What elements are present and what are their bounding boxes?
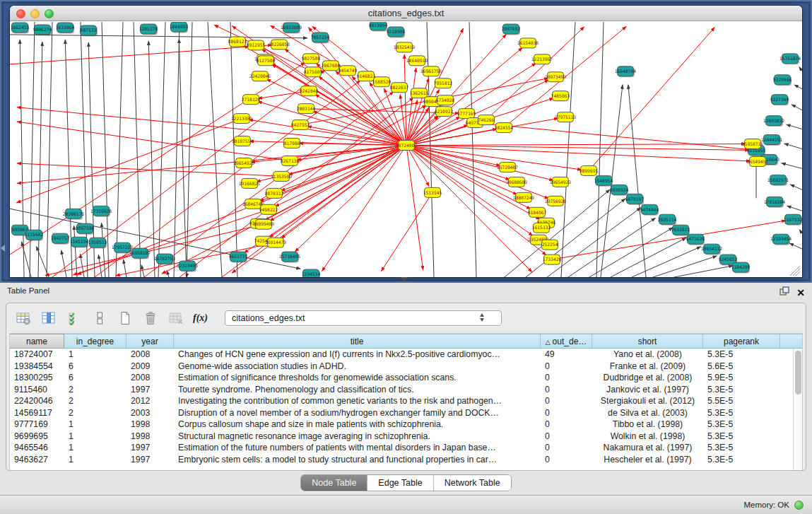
graph-node-15751074[interactable]: 15751074 bbox=[779, 54, 801, 64]
graph-node-10654112[interactable]: 10654112 bbox=[701, 244, 723, 255]
graph-node-18640910[interactable]: 18640910 bbox=[406, 56, 428, 66]
float-window-icon[interactable] bbox=[779, 285, 789, 300]
graph-node-9227349[interactable]: 9227349 bbox=[770, 95, 789, 105]
table-source-select[interactable]: citations_edges.txt bbox=[225, 310, 502, 326]
graph-node-9218986[interactable]: 9218986 bbox=[387, 27, 406, 37]
graph-node-2718120[interactable]: 2718120 bbox=[242, 95, 261, 105]
graph-node-16648784[interactable]: 16648784 bbox=[615, 66, 637, 77]
delete-table-icon[interactable] bbox=[142, 310, 159, 326]
graph-node-1733426[interactable]: 1733426 bbox=[543, 255, 562, 264]
graph-node-1615132[interactable]: 1615132 bbox=[532, 223, 551, 233]
vertical-scrollbar[interactable] bbox=[793, 349, 802, 470]
close-icon[interactable]: ✕ bbox=[796, 287, 805, 298]
graph-node-16961758[interactable]: 16961758 bbox=[420, 66, 442, 76]
new-table-icon[interactable] bbox=[117, 310, 134, 326]
graph-node-8454749[interactable]: 8454749 bbox=[339, 66, 358, 76]
graph-node-1513545[interactable]: 1513545 bbox=[423, 187, 442, 197]
table-row[interactable]: 1938455462009Genome-wide association stu… bbox=[10, 361, 793, 373]
graph-node-8938924[interactable]: 8938924 bbox=[610, 185, 629, 195]
graph-node-8267130[interactable]: 8267130 bbox=[281, 156, 300, 165]
graph-node-17359928[interactable]: 17359928 bbox=[90, 206, 112, 216]
graph-node-18107554[interactable]: 18107554 bbox=[232, 136, 254, 146]
graph-node-2087682[interactable]: 2087682 bbox=[502, 24, 521, 35]
graph-node-15716485[interactable]: 15716485 bbox=[279, 252, 301, 262]
column-header-pagerank[interactable]: pagerank bbox=[703, 334, 780, 349]
select-columns-icon[interactable] bbox=[40, 310, 57, 326]
graph-node-1350513[interactable]: 1350513 bbox=[88, 238, 107, 248]
graph-node-1588520[interactable]: 1588520 bbox=[372, 77, 392, 87]
graph-node-9899695[interactable]: 9899695 bbox=[579, 165, 599, 175]
graph-node-6734028[interactable]: 6734028 bbox=[436, 95, 455, 105]
graph-node-6471626[interactable]: 6471626 bbox=[686, 234, 705, 245]
column-header-year[interactable]: year bbox=[126, 334, 174, 349]
graph-node-12213389[interactable]: 12213389 bbox=[231, 114, 253, 124]
graph-node-1205278[interactable]: 1205278 bbox=[139, 24, 158, 35]
graph-node-8878312[interactable]: 8878312 bbox=[265, 188, 284, 198]
graph-node-9329966[interactable]: 9329966 bbox=[773, 75, 792, 86]
graph-node-17975113[interactable]: 17975113 bbox=[555, 112, 577, 122]
graph-node-19654923[interactable]: 19654923 bbox=[550, 177, 572, 187]
graph-node-18325419[interactable]: 18325419 bbox=[394, 42, 416, 52]
graph-node-8912955[interactable]: 8912955 bbox=[247, 40, 266, 50]
graph-node-8813054[interactable]: 8813054 bbox=[369, 22, 388, 31]
table-row[interactable]: 1872400712008Changes of HCN gene express… bbox=[10, 349, 793, 361]
graph-node-1362615[interactable]: 1362615 bbox=[410, 88, 429, 98]
graph-node-7857224[interactable]: 7857224 bbox=[311, 33, 330, 43]
network-canvas[interactable]: 1662455980627416338648875331205278188409… bbox=[10, 22, 802, 277]
graph-node-1640954[interactable]: 1640954 bbox=[594, 175, 613, 186]
graph-node-9806274[interactable]: 9806274 bbox=[33, 25, 52, 35]
graph-node-1167532[interactable]: 1167532 bbox=[784, 214, 802, 225]
graph-node-1104209[interactable]: 1104209 bbox=[731, 262, 751, 273]
table-row[interactable]: 946362711997Embryonic stem cells: a mode… bbox=[10, 454, 793, 466]
graph-node-887533[interactable]: 887533 bbox=[81, 25, 98, 36]
graph-node-3824554[interactable]: 3824554 bbox=[495, 123, 514, 133]
graph-node-9777169[interactable]: 9777169 bbox=[457, 109, 476, 119]
tab-node-table[interactable]: Node Table bbox=[301, 475, 367, 491]
graph-node-8822037[interactable]: 8822037 bbox=[390, 83, 409, 93]
graph-node-2935114[interactable]: 2935114 bbox=[658, 214, 677, 225]
graph-node-15692971[interactable]: 15692971 bbox=[767, 175, 789, 185]
table-row[interactable]: 946554611997Estimation of the future num… bbox=[10, 442, 793, 454]
graph-node-7955812[interactable]: 7955812 bbox=[434, 78, 453, 88]
column-header-name[interactable]: name bbox=[10, 334, 64, 349]
bottom-splitpane-collapse-handle[interactable] bbox=[401, 277, 408, 281]
graph-node-9242848[interactable]: 9242848 bbox=[300, 86, 319, 96]
graph-node-16033809[interactable]: 16033809 bbox=[281, 23, 302, 33]
table-row[interactable]: 2242004622012Investigating the contribut… bbox=[10, 395, 793, 407]
graph-node-12103454[interactable]: 12103454 bbox=[770, 234, 792, 245]
graph-node-18724007[interactable]: 18724007 bbox=[396, 141, 418, 151]
table-row[interactable]: 1830029562008Estimation of significance … bbox=[10, 372, 793, 384]
left-splitpane-collapse-handle[interactable] bbox=[1, 245, 5, 252]
row-height-icon[interactable] bbox=[91, 310, 108, 326]
graph-node-817008[interactable]: 817008 bbox=[284, 139, 300, 148]
graph-node-1942757[interactable]: 1942757 bbox=[51, 233, 70, 244]
graph-node-10973493[interactable]: 10973493 bbox=[545, 72, 567, 82]
graph-node-16782753[interactable]: 16782753 bbox=[154, 254, 176, 264]
graph-node-9127508[interactable]: 9127508 bbox=[257, 56, 276, 66]
column-header-in_degree[interactable]: in_degree bbox=[64, 334, 126, 349]
graph-node-1234554[interactable]: 1234554 bbox=[302, 269, 321, 277]
graph-node-2867608[interactable]: 2867608 bbox=[322, 61, 341, 71]
graph-node-1633864[interactable]: 1633864 bbox=[56, 23, 75, 33]
graph-node-252254[interactable]: 252254 bbox=[542, 240, 558, 250]
graph-node-1115682[interactable]: 1115682 bbox=[25, 230, 44, 240]
graph-node-9097588[interactable]: 9097588 bbox=[76, 223, 95, 234]
tab-network-table[interactable]: Network Table bbox=[434, 475, 511, 491]
graph-node-22420046[interactable]: 22420046 bbox=[249, 71, 271, 81]
graph-node-1145194[interactable]: 1145194 bbox=[70, 237, 89, 247]
graph-node-18807249[interactable]: 18807249 bbox=[513, 192, 535, 202]
select-all-check-icon[interactable] bbox=[66, 310, 83, 326]
table-settings-icon[interactable] bbox=[15, 310, 32, 326]
graph-node-18226058[interactable]: 18226058 bbox=[269, 40, 290, 49]
column-header-out_de[interactable]: △out_de… bbox=[541, 334, 592, 349]
graph-node-16154838[interactable]: 16154838 bbox=[517, 38, 539, 48]
graph-node-8427552[interactable]: 8427552 bbox=[291, 120, 310, 130]
graph-node-12093832[interactable]: 12093832 bbox=[763, 116, 785, 127]
graph-node-1884093[interactable]: 1884093 bbox=[170, 22, 189, 33]
graph-node-19166825[interactable]: 19166825 bbox=[239, 178, 261, 188]
graph-node-19756928[interactable]: 19756928 bbox=[545, 196, 567, 206]
graph-node-18099489[interactable]: 18099489 bbox=[253, 219, 275, 229]
function-builder-icon[interactable]: f(x) bbox=[193, 313, 208, 324]
graph-node-20206576[interactable]: 20206576 bbox=[63, 209, 85, 219]
graph-node-8860123[interactable]: 8860123 bbox=[228, 37, 247, 47]
